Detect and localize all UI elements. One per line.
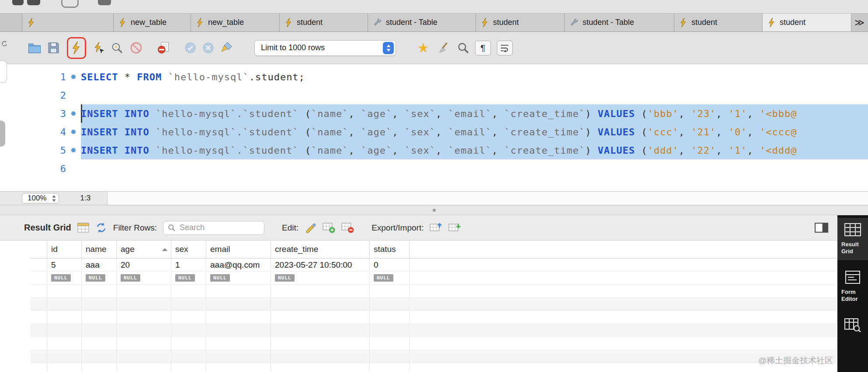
zoom-control[interactable]: 100% [22, 193, 59, 203]
rollback-button[interactable] [202, 39, 214, 57]
cell-id[interactable]: NULL [47, 272, 82, 284]
empty-cell[interactable] [82, 324, 117, 337]
tab-student-3[interactable]: student [280, 14, 368, 31]
column-header-create_time[interactable]: create_time [271, 241, 370, 258]
cell-create_time[interactable]: NULL [271, 272, 370, 284]
empty-cell[interactable] [82, 363, 117, 372]
row-selector[interactable] [31, 311, 47, 324]
cell-email[interactable]: aaa@qq.com [206, 258, 271, 271]
code-line[interactable]: SELECT * FROM `hello-mysql`.student; [81, 68, 868, 86]
cell-name[interactable]: aaa [82, 258, 117, 271]
empty-cell[interactable] [171, 324, 206, 337]
empty-cell[interactable] [171, 311, 206, 324]
empty-cell[interactable] [370, 324, 410, 337]
empty-cell[interactable] [271, 285, 370, 297]
row-selector[interactable] [31, 363, 47, 372]
column-header-email[interactable]: email [206, 241, 271, 258]
cell-age[interactable]: NULL [117, 272, 171, 284]
row-selector[interactable] [31, 272, 47, 284]
clean-editor-button[interactable] [438, 39, 451, 57]
sidebar-item-result-grid[interactable]: ResultGrid [837, 218, 868, 260]
empty-cell[interactable] [47, 350, 82, 363]
empty-cell[interactable] [171, 363, 206, 372]
tab-new_table-2[interactable]: new_table [191, 14, 280, 31]
empty-cell[interactable] [271, 363, 370, 372]
empty-cell[interactable] [47, 337, 82, 350]
code-line[interactable]: INSERT INTO `hello-mysql`.`student` (`na… [81, 141, 868, 159]
cell-id[interactable]: 5 [47, 258, 82, 271]
empty-cell[interactable] [82, 311, 117, 324]
empty-cell[interactable] [82, 337, 117, 350]
cell-sex[interactable]: NULL [171, 272, 206, 284]
commit-button[interactable] [184, 39, 196, 57]
empty-cell[interactable] [206, 298, 271, 310]
import-button[interactable] [448, 219, 461, 237]
tab-new_table-1[interactable]: new_table [114, 14, 191, 31]
empty-cell[interactable] [117, 298, 171, 310]
empty-cell[interactable] [47, 298, 82, 310]
empty-cell[interactable] [47, 324, 82, 337]
panel-splitter[interactable] [0, 205, 868, 215]
empty-cell[interactable] [206, 363, 271, 372]
insert-row-button[interactable] [323, 219, 335, 237]
empty-cell[interactable] [370, 311, 410, 324]
tab-student---table-6[interactable]: student - Table [565, 14, 674, 31]
empty-cell[interactable] [171, 337, 206, 350]
empty-cell[interactable] [271, 350, 370, 363]
empty-cell[interactable] [117, 350, 171, 363]
execute-query-button[interactable] [71, 39, 82, 57]
column-header-status[interactable]: status [370, 241, 410, 258]
sql-editor[interactable]: 1SELECT * FROM `hello-mysql`.student;23I… [0, 64, 868, 191]
empty-cell[interactable] [206, 285, 271, 297]
row-selector[interactable] [31, 337, 47, 350]
empty-cell[interactable] [271, 298, 370, 310]
empty-cell[interactable] [117, 363, 171, 372]
delete-row-button[interactable] [341, 219, 354, 237]
cell-status[interactable]: NULL [370, 272, 410, 284]
tab-query-0[interactable] [22, 14, 114, 31]
left-strip-pill-light[interactable] [0, 60, 7, 83]
empty-cell[interactable] [206, 350, 271, 363]
horizontal-scrollbar[interactable] [107, 192, 868, 205]
find-button[interactable] [457, 39, 469, 57]
tab-student-5[interactable]: student [476, 14, 565, 31]
edit-record-button[interactable] [305, 219, 316, 237]
empty-cell[interactable] [171, 298, 206, 310]
explain-plan-button[interactable] [111, 39, 124, 57]
favorites-star-button[interactable]: ★ [417, 39, 429, 57]
empty-cell[interactable] [171, 350, 206, 363]
row-selector[interactable] [31, 350, 47, 363]
code-line[interactable]: INSERT INTO `hello-mysql`.`student` (`na… [81, 104, 868, 123]
cell-status[interactable]: 0 [370, 258, 410, 271]
sidebar-item-form-editor[interactable]: FormEditor [837, 265, 868, 308]
sidebar-item-extra[interactable] [837, 313, 868, 349]
empty-cell[interactable] [47, 285, 82, 297]
empty-cell[interactable] [370, 298, 410, 310]
tab-overflow-chevron-icon[interactable]: ≫ [854, 14, 865, 32]
empty-cell[interactable] [370, 285, 410, 297]
empty-cell[interactable] [47, 363, 82, 372]
code-line[interactable] [81, 159, 868, 178]
row-selector[interactable] [31, 298, 47, 310]
stop-query-button[interactable] [130, 39, 142, 57]
cell-name[interactable]: NULL [82, 272, 117, 284]
empty-cell[interactable] [271, 311, 370, 324]
empty-cell[interactable] [206, 337, 271, 350]
export-button[interactable] [430, 219, 442, 237]
beautify-sql-button[interactable] [220, 39, 233, 57]
cell-create_time[interactable]: 2023-05-27 10:50:00 [271, 258, 370, 271]
toggle-word-wrap-button[interactable] [497, 41, 513, 55]
code-line[interactable]: INSERT INTO `hello-mysql`.`student` (`na… [81, 123, 868, 141]
search-input[interactable] [179, 223, 260, 233]
empty-cell[interactable] [271, 324, 370, 337]
tab-student---table-4[interactable]: student - Table [368, 14, 476, 31]
row-selector[interactable] [31, 258, 47, 271]
cell-sex[interactable]: 1 [171, 258, 206, 271]
column-header-id[interactable]: id [47, 241, 82, 258]
empty-cell[interactable] [117, 311, 171, 324]
empty-cell[interactable] [82, 298, 117, 310]
tab-student-8[interactable]: student [763, 14, 851, 31]
empty-cell[interactable] [370, 350, 410, 363]
cell-email[interactable]: NULL [206, 272, 271, 284]
empty-cell[interactable] [206, 324, 271, 337]
